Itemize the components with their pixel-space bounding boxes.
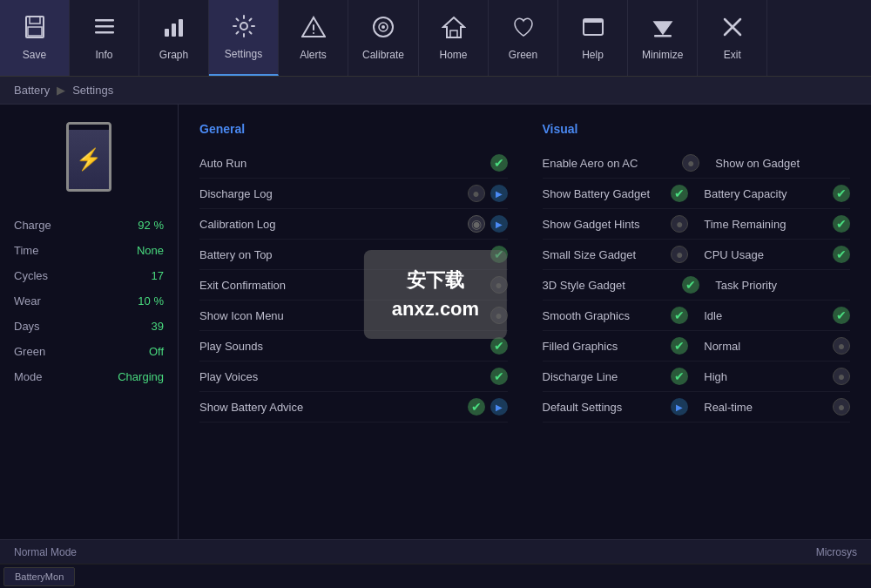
toggle-on[interactable]: ✔: [671, 307, 688, 324]
toggle-off[interactable]: ●: [490, 307, 508, 324]
general-title: General: [199, 122, 508, 136]
stat-value-time: None: [137, 244, 164, 257]
stat-row-cycles: Cycles17: [10, 263, 167, 288]
toggle-on[interactable]: ✔: [833, 246, 850, 263]
setting-name: 3D Style Gadget: [543, 279, 678, 292]
toggle-on[interactable]: ✔: [682, 276, 699, 294]
right-setting-name: Time Remaining: [704, 218, 827, 231]
calibrate-icon: [371, 15, 395, 44]
toolbar-btn-settings[interactable]: Settings: [209, 0, 279, 76]
toggle-on[interactable]: ✔: [833, 185, 850, 202]
toolbar-label-info: Info: [95, 49, 112, 61]
toggle-on[interactable]: ✔: [671, 337, 688, 355]
toggle-play[interactable]: ▶: [671, 398, 688, 416]
right-setting-name: CPU Usage: [704, 248, 827, 261]
svg-point-9: [240, 23, 247, 30]
toggle-off[interactable]: ●: [671, 246, 688, 263]
toggle-off[interactable]: ●: [671, 215, 688, 233]
toolbar-btn-minimize[interactable]: Minimize: [628, 0, 698, 76]
taskbar-item[interactable]: BatteryMon: [3, 567, 75, 586]
stat-label-cycles: Cycles: [14, 269, 48, 282]
setting-name: Show Icon Menu: [199, 309, 485, 322]
toggle-on[interactable]: ✔: [490, 368, 508, 385]
stat-row-time: TimeNone: [10, 238, 167, 263]
status-left: Normal Mode: [14, 546, 77, 558]
setting-name: Discharge Line: [543, 370, 666, 383]
toggle-off[interactable]: ●: [833, 337, 850, 355]
toolbar-btn-info[interactable]: Info: [70, 0, 139, 76]
general-row-battery-on-top: Battery on Top✔: [199, 240, 508, 270]
setting-name: Play Sounds: [199, 340, 485, 353]
toolbar-btn-green[interactable]: Green: [489, 0, 558, 76]
right-setting-name: Task Priority: [715, 279, 850, 292]
toolbar-btn-alerts[interactable]: Alerts: [279, 0, 348, 76]
toolbar-label-calibrate: Calibrate: [362, 49, 404, 61]
toolbar-btn-help[interactable]: Help: [558, 0, 628, 76]
stat-label-time: Time: [14, 244, 38, 257]
toggle-partial[interactable]: ◉: [468, 215, 485, 233]
toggle-on[interactable]: ✔: [833, 307, 850, 324]
svg-rect-8: [179, 19, 183, 37]
toolbar-label-graph: Graph: [159, 49, 188, 61]
toolbar-label-minimize: Minimize: [642, 49, 683, 61]
toggle-play[interactable]: ▶: [490, 215, 508, 233]
general-row-play-voices: Play Voices✔: [199, 362, 508, 392]
taskbar: BatteryMon: [0, 564, 871, 588]
toggle-off[interactable]: ●: [833, 368, 850, 385]
stat-row-days: Days39: [10, 314, 167, 339]
general-row-show-icon-menu: Show Icon Menu●: [199, 301, 508, 331]
toolbar-btn-exit[interactable]: Exit: [698, 0, 767, 76]
toggle-off[interactable]: ●: [490, 276, 508, 294]
setting-name: Small Size Gadget: [543, 248, 666, 261]
right-setting-name: Battery Capacity: [704, 187, 827, 200]
svg-rect-6: [165, 29, 169, 37]
toggle-play[interactable]: ▶: [490, 185, 508, 202]
visual-row-show-gadget-hints: Show Gadget Hints●Time Remaining✔: [543, 209, 851, 240]
toggle-on[interactable]: ✔: [490, 337, 508, 355]
toggle-on[interactable]: ✔: [490, 246, 508, 263]
toolbar-btn-save[interactable]: Save: [0, 0, 70, 76]
toolbar-label-green: Green: [509, 49, 537, 61]
svg-rect-12: [313, 32, 314, 34]
stat-value-mode: Charging: [118, 370, 164, 383]
toggle-on[interactable]: ✔: [671, 185, 688, 202]
toolbar-btn-home[interactable]: Home: [419, 0, 489, 76]
toolbar-btn-graph[interactable]: Graph: [139, 0, 209, 76]
toggle-on[interactable]: ✔: [468, 398, 485, 416]
toggle-off[interactable]: ●: [682, 154, 699, 172]
setting-name: Enable Aero on AC: [543, 157, 678, 170]
graph-icon: [162, 15, 186, 44]
general-section: General Auto Run✔Discharge Log●▶Calibrat…: [199, 122, 508, 422]
visual-row-show-battery-gadget: Show Battery Gadget✔Battery Capacity✔: [543, 179, 851, 209]
toggle-play[interactable]: ▶: [490, 398, 508, 416]
svg-rect-19: [584, 19, 603, 23]
toggle-off[interactable]: ●: [468, 185, 485, 202]
stat-label-days: Days: [14, 320, 40, 333]
green-icon: [511, 15, 536, 44]
svg-rect-3: [95, 19, 114, 22]
stat-value-green: Off: [149, 345, 164, 358]
minimize-icon: [651, 15, 675, 44]
alerts-icon: [301, 15, 326, 44]
toolbar-btn-calibrate[interactable]: Calibrate: [348, 0, 419, 76]
toggle-on[interactable]: ✔: [671, 368, 688, 385]
svg-marker-16: [443, 17, 464, 37]
right-setting-name: Show on Gadget: [715, 157, 850, 170]
visual-rows: Enable Aero on AC●Show on GadgetShow Bat…: [543, 148, 851, 422]
visual-section: Visual Enable Aero on AC●Show on GadgetS…: [543, 122, 851, 422]
setting-name: Smooth Graphics: [543, 309, 666, 322]
stat-rows: Charge92 %TimeNoneCycles17Wear10 %Days39…: [10, 213, 167, 389]
setting-name: Show Battery Gadget: [543, 187, 666, 200]
settings-panel: General Auto Run✔Discharge Log●▶Calibrat…: [179, 105, 871, 539]
stat-value-charge: 92 %: [138, 219, 164, 232]
right-setting-name: Idle: [704, 309, 827, 322]
general-rows: Auto Run✔Discharge Log●▶Calibration Log◉…: [199, 148, 508, 422]
toolbar-label-settings: Settings: [225, 48, 262, 60]
toggle-on[interactable]: ✔: [490, 154, 508, 172]
toggle-on[interactable]: ✔: [833, 215, 850, 233]
general-row-play-sounds: Play Sounds✔: [199, 331, 508, 362]
setting-name: Play Voices: [199, 370, 485, 383]
breadcrumb-item-0: Battery: [14, 84, 50, 97]
stat-row-charge: Charge92 %: [10, 213, 167, 238]
toggle-off[interactable]: ●: [833, 398, 850, 416]
